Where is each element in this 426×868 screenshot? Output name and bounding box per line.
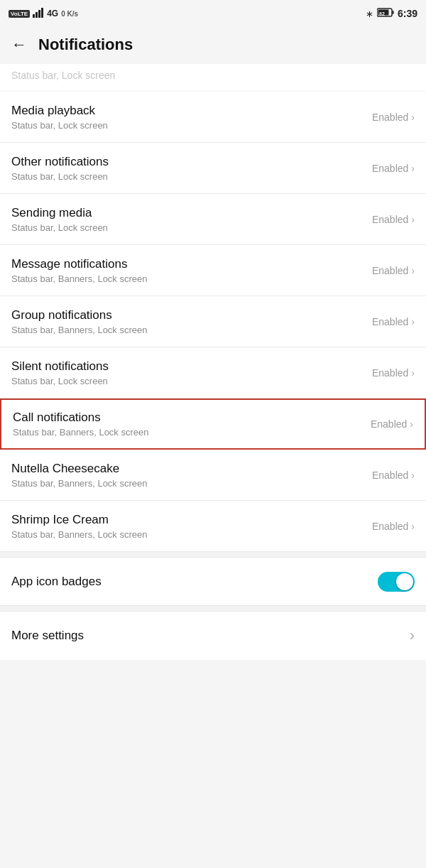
group-notifications-chevron: ›: [411, 316, 415, 327]
status-bar: VoLTE 4G 0 K/s ∗ 82 6:39: [0, 0, 426, 26]
app-icon-badges-row[interactable]: App icon badges: [0, 558, 426, 606]
list-item-shrimp-ice-cream[interactable]: Shrimp Ice Cream Status bar, Banners, Lo…: [0, 501, 426, 552]
svg-rect-2: [38, 10, 40, 18]
media-playback-subtitle: Status bar, Lock screen: [11, 120, 372, 131]
nutella-cheesecake-title: Nutella Cheesecake: [11, 462, 372, 476]
call-notifications-left: Call notifications Status bar, Banners, …: [13, 411, 371, 438]
shrimp-ice-cream-left: Shrimp Ice Cream Status bar, Banners, Lo…: [11, 513, 372, 540]
data-speed: 0 K/s: [61, 10, 78, 18]
media-playback-status: Enabled ›: [372, 112, 415, 123]
list-item-nutella-cheesecake[interactable]: Nutella Cheesecake Status bar, Banners, …: [0, 450, 426, 501]
clock: 6:39: [398, 8, 417, 19]
media-playback-title: Media playback: [11, 104, 372, 118]
shrimp-ice-cream-title: Shrimp Ice Cream: [11, 513, 372, 527]
status-bar-right: ∗ 82 6:39: [366, 8, 417, 19]
bluetooth-icon: ∗: [366, 9, 373, 19]
sending-media-enabled: Enabled: [372, 214, 408, 225]
nutella-cheesecake-left: Nutella Cheesecake Status bar, Banners, …: [11, 462, 372, 489]
other-notifications-left: Other notifications Status bar, Lock scr…: [11, 155, 372, 182]
volte-badge: VoLTE: [9, 10, 30, 18]
sending-media-chevron: ›: [411, 214, 415, 225]
group-notifications-enabled: Enabled: [372, 316, 408, 327]
section-divider-2: [0, 606, 426, 612]
message-notifications-left: Message notifications Status bar, Banner…: [11, 257, 372, 284]
signal-strength: [33, 8, 44, 19]
media-playback-left: Media playback Status bar, Lock screen: [11, 104, 372, 131]
other-notifications-subtitle: Status bar, Lock screen: [11, 171, 372, 182]
message-notifications-enabled: Enabled: [372, 265, 408, 276]
svg-rect-3: [41, 8, 43, 18]
list-item-message-notifications[interactable]: Message notifications Status bar, Banner…: [0, 245, 426, 296]
message-notifications-chevron: ›: [411, 265, 415, 276]
nutella-cheesecake-enabled: Enabled: [372, 470, 408, 481]
other-notifications-chevron: ›: [411, 163, 415, 174]
svg-text:82: 82: [379, 11, 385, 16]
back-button[interactable]: ←: [11, 36, 27, 54]
nutella-cheesecake-status: Enabled ›: [372, 470, 415, 481]
call-notifications-subtitle: Status bar, Banners, Lock screen: [13, 427, 371, 438]
message-notifications-subtitle: Status bar, Banners, Lock screen: [11, 273, 372, 284]
more-settings-row[interactable]: More settings ›: [0, 612, 426, 660]
media-playback-chevron: ›: [411, 112, 415, 123]
sending-media-status: Enabled ›: [372, 214, 415, 225]
silent-notifications-enabled: Enabled: [372, 367, 408, 379]
media-playback-enabled: Enabled: [372, 112, 408, 123]
header: ← Notifications: [0, 26, 426, 64]
sending-media-subtitle: Status bar, Lock screen: [11, 222, 372, 233]
sending-media-left: Sending media Status bar, Lock screen: [11, 206, 372, 233]
shrimp-ice-cream-enabled: Enabled: [372, 521, 408, 532]
app-icon-badges-label: App icon badges: [11, 575, 102, 589]
shrimp-ice-cream-status: Enabled ›: [372, 521, 415, 532]
app-icon-badges-toggle[interactable]: [378, 572, 415, 592]
call-notifications-enabled: Enabled: [371, 418, 407, 430]
message-notifications-title: Message notifications: [11, 257, 372, 271]
nutella-cheesecake-chevron: ›: [411, 470, 415, 481]
silent-notifications-title: Silent notifications: [11, 359, 372, 374]
list-item-group-notifications[interactable]: Group notifications Status bar, Banners,…: [0, 296, 426, 347]
section-divider: [0, 552, 426, 558]
other-notifications-enabled: Enabled: [372, 163, 408, 174]
group-notifications-left: Group notifications Status bar, Banners,…: [11, 308, 372, 335]
nutella-cheesecake-subtitle: Status bar, Banners, Lock screen: [11, 478, 372, 489]
list-item-partial[interactable]: Status bar, Lock screen: [0, 64, 426, 92]
group-notifications-title: Group notifications: [11, 308, 372, 322]
message-notifications-status: Enabled ›: [372, 265, 415, 276]
shrimp-ice-cream-chevron: ›: [411, 521, 415, 532]
sending-media-title: Sending media: [11, 206, 372, 220]
svg-rect-0: [33, 14, 35, 18]
status-bar-left: VoLTE 4G 0 K/s: [9, 8, 78, 19]
partial-item-left: Status bar, Lock screen: [11, 70, 415, 81]
silent-notifications-status: Enabled ›: [372, 367, 415, 379]
network-type: 4G: [47, 9, 58, 18]
battery-icon: 82: [377, 8, 394, 19]
list-item-media-playback[interactable]: Media playback Status bar, Lock screen E…: [0, 92, 426, 143]
shrimp-ice-cream-subtitle: Status bar, Banners, Lock screen: [11, 529, 372, 540]
more-settings-label: More settings: [11, 629, 84, 643]
call-notifications-title: Call notifications: [13, 411, 371, 425]
group-notifications-subtitle: Status bar, Banners, Lock screen: [11, 325, 372, 335]
silent-notifications-chevron: ›: [411, 367, 415, 379]
other-notifications-title: Other notifications: [11, 155, 372, 169]
list-item-silent-notifications[interactable]: Silent notifications Status bar, Lock sc…: [0, 347, 426, 398]
silent-notifications-left: Silent notifications Status bar, Lock sc…: [11, 359, 372, 386]
call-notifications-status: Enabled ›: [371, 418, 413, 430]
more-settings-chevron: ›: [410, 626, 415, 645]
svg-rect-5: [392, 11, 393, 14]
svg-rect-1: [36, 12, 38, 18]
other-notifications-status: Enabled ›: [372, 163, 415, 174]
silent-notifications-subtitle: Status bar, Lock screen: [11, 376, 372, 386]
list-item-sending-media[interactable]: Sending media Status bar, Lock screen En…: [0, 194, 426, 245]
group-notifications-status: Enabled ›: [372, 316, 415, 327]
list-item-other-notifications[interactable]: Other notifications Status bar, Lock scr…: [0, 143, 426, 194]
list-item-call-notifications[interactable]: Call notifications Status bar, Banners, …: [0, 398, 426, 450]
call-notifications-chevron: ›: [410, 418, 413, 430]
page-title: Notifications: [38, 36, 133, 54]
notifications-list: Status bar, Lock screen Media playback S…: [0, 64, 426, 660]
partial-item-title: Status bar, Lock screen: [11, 70, 415, 81]
